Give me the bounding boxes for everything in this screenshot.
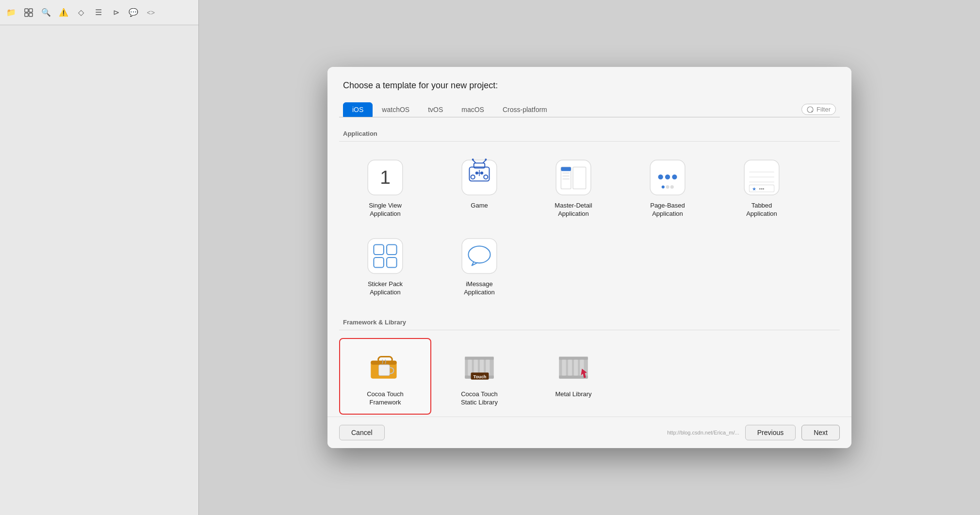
svg-rect-52 (379, 365, 390, 376)
tab-macos[interactable]: macOS (452, 102, 493, 117)
bubble-icon[interactable]: 💬 (128, 7, 139, 18)
framework-grid: Cocoa TouchFramework (339, 336, 840, 417)
tag-icon[interactable]: ⊳ (111, 7, 121, 18)
sticker-pack-label: Sticker PackApplication (368, 280, 403, 297)
cocoa-touch-static-label: Cocoa TouchStatic Library (461, 390, 498, 407)
imessage-label: iMessageApplication (464, 280, 495, 297)
svg-text:•••: ••• (759, 186, 765, 191)
filter-label: Filter (817, 106, 831, 113)
sticker-pack-icon (366, 237, 405, 275)
search-icon[interactable]: 🔍 (41, 7, 51, 18)
svg-rect-66 (568, 360, 572, 376)
svg-rect-67 (574, 360, 578, 376)
svg-point-18 (472, 159, 474, 161)
dialog-footer: Cancel http://blog.csdn.net/Erica_m/... … (327, 417, 851, 448)
metal-library-label: Metal Library (555, 390, 591, 399)
framework-heading: Framework & Library (339, 314, 840, 330)
template-metal-library[interactable]: Metal Library (527, 338, 620, 415)
list-icon[interactable]: ☰ (93, 7, 104, 18)
template-master-detail[interactable]: Master-DetailApplication (527, 149, 620, 226)
svg-rect-0 (25, 9, 28, 12)
svg-point-30 (665, 175, 670, 179)
svg-point-32 (662, 185, 665, 188)
svg-rect-8 (462, 160, 497, 195)
template-cocoa-touch-framework[interactable]: Cocoa TouchFramework (339, 338, 431, 415)
svg-point-29 (658, 175, 663, 179)
cancel-button[interactable]: Cancel (339, 425, 385, 440)
metal-library-icon (554, 347, 593, 386)
tabbed-icon: ★ ••• (742, 158, 781, 197)
svg-point-34 (670, 185, 673, 188)
folder-icon[interactable]: 📁 (6, 7, 16, 18)
sidebar-toolbar: 📁 🔍 ⚠️ ◇ ☰ ⊳ 💬 <> (0, 0, 198, 25)
template-single-view[interactable]: 1 Single ViewApplication (339, 149, 431, 226)
svg-rect-63 (559, 357, 588, 360)
svg-rect-1 (29, 9, 33, 12)
svg-text:★: ★ (752, 186, 756, 191)
svg-rect-47 (462, 239, 497, 274)
next-button[interactable]: Next (801, 425, 840, 440)
master-detail-label: Master-DetailApplication (555, 202, 592, 218)
template-page-based[interactable]: Page-BasedApplication (621, 149, 714, 226)
cocoa-touch-static-icon: Touch (460, 347, 499, 386)
svg-point-20 (485, 159, 487, 161)
svg-rect-3 (29, 13, 33, 16)
single-view-icon: 1 (366, 158, 405, 197)
footer-url: http://blog.csdn.net/Erica_m/... (667, 430, 739, 435)
svg-rect-65 (562, 360, 566, 376)
framework-section: Framework & Library (339, 314, 840, 417)
grid-icon[interactable] (23, 7, 34, 18)
template-tabbed[interactable]: ★ ••• TabbedApplication (716, 149, 808, 226)
svg-rect-24 (561, 167, 571, 171)
previous-button[interactable]: Previous (745, 425, 796, 440)
tabbed-label: TabbedApplication (746, 202, 777, 218)
game-label: Game (471, 202, 488, 210)
game-icon (460, 158, 499, 197)
page-based-icon (648, 158, 687, 197)
imessage-icon (460, 237, 499, 275)
filter-box[interactable]: Filter (801, 104, 836, 115)
code-icon[interactable]: <> (146, 7, 156, 18)
template-sticker-pack[interactable]: Sticker PackApplication (339, 228, 431, 305)
application-section: Application 1 Single ViewApplication (339, 125, 840, 306)
application-heading: Application (339, 125, 840, 142)
template-cocoa-touch-static[interactable]: Touch Cocoa TouchStatic Library (433, 338, 525, 415)
svg-point-33 (666, 185, 669, 188)
template-dialog: Choose a template for your new project: … (327, 67, 851, 448)
main-area: Choose a template for your new project: … (199, 0, 980, 515)
cocoa-touch-framework-icon (366, 347, 405, 386)
filter-circle-icon (807, 106, 814, 113)
tab-ios[interactable]: iOS (343, 102, 373, 117)
cocoa-touch-framework-label: Cocoa TouchFramework (367, 390, 404, 407)
svg-rect-2 (25, 13, 28, 16)
svg-rect-42 (368, 239, 403, 274)
tab-crossplatform[interactable]: Cross-platform (493, 102, 556, 117)
svg-text:Touch: Touch (474, 374, 487, 379)
application-grid: 1 Single ViewApplication (339, 147, 840, 306)
tab-tvos[interactable]: tvOS (419, 102, 452, 117)
template-game[interactable]: Game (433, 149, 525, 226)
template-imessage[interactable]: iMessageApplication (433, 228, 525, 305)
dialog-header: Choose a template for your new project: (327, 67, 851, 98)
dialog-title: Choose a template for your new project: (343, 80, 498, 90)
page-based-label: Page-BasedApplication (650, 202, 685, 218)
dialog-body: iOS watchOS tvOS macOS Cross-platform (327, 98, 851, 417)
single-view-label: Single ViewApplication (369, 202, 402, 218)
svg-rect-54 (465, 357, 493, 360)
sidebar: 📁 🔍 ⚠️ ◇ ☰ ⊳ 💬 <> (0, 0, 199, 515)
warning-icon[interactable]: ⚠️ (58, 7, 69, 18)
tabs-bar: iOS watchOS tvOS macOS Cross-platform (339, 98, 840, 117)
diamond-icon[interactable]: ◇ (76, 7, 86, 18)
svg-text:1: 1 (380, 167, 391, 188)
svg-point-31 (672, 175, 677, 179)
master-detail-icon (554, 158, 593, 197)
tab-watchos[interactable]: watchOS (373, 102, 419, 117)
